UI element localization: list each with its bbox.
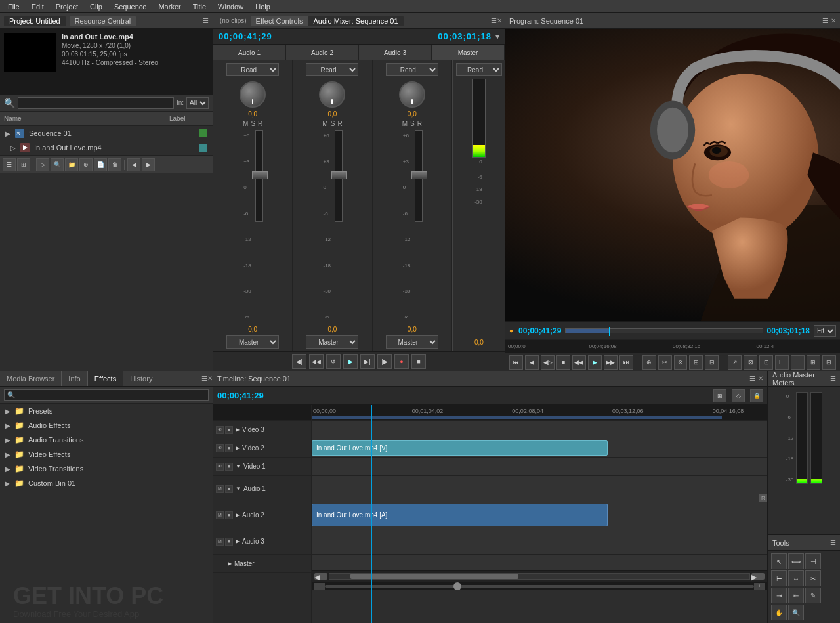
clip-audio2[interactable]: In and Out Love.mp4 [A] [312, 504, 608, 526]
ch3-mode-select[interactable]: Read [386, 63, 438, 76]
master-mode-select[interactable]: Read [456, 63, 502, 76]
category-audio-effects[interactable]: ▶ 📁 Audio Effects [0, 418, 213, 433]
tab-effects[interactable]: Effects [88, 371, 123, 386]
menu-help[interactable]: Help [250, 1, 276, 12]
ch2-pan-knob[interactable] [319, 81, 345, 108]
a2-expand[interactable]: ▶ [236, 512, 240, 518]
tool-rolling-edit[interactable]: ⊢ [771, 570, 787, 586]
effects-search-input[interactable] [4, 389, 209, 401]
v2-expand[interactable]: ▶ [236, 445, 240, 451]
ch-tab-audio2[interactable]: Audio 2 [286, 45, 359, 60]
transport-loop[interactable]: ↺ [326, 354, 341, 369]
scrollbar-thumb[interactable] [350, 574, 518, 579]
ch1-mute-btn[interactable]: M [243, 120, 248, 127]
menu-project[interactable]: Project [51, 1, 83, 12]
toolbar-prev[interactable]: ◀ [127, 158, 140, 171]
a3-mute-btn[interactable]: M [216, 538, 224, 546]
toolbar-next[interactable]: ▶ [142, 158, 155, 171]
prog-transport-1[interactable]: ⏮ [509, 355, 523, 370]
transport-record[interactable]: ● [394, 354, 409, 369]
ch1-fader-handle[interactable] [252, 171, 268, 179]
menu-window[interactable]: Window [213, 1, 249, 12]
menu-marker[interactable]: Marker [153, 1, 186, 12]
program-fit-select[interactable]: Fit [814, 325, 836, 337]
ch1-record-btn[interactable]: R [258, 120, 262, 127]
transport-play[interactable]: ▶ [343, 354, 358, 369]
a1-mute-btn[interactable]: M [216, 485, 224, 493]
tool-select[interactable]: ↖ [771, 553, 787, 569]
tool-slip[interactable]: ⇥ [771, 588, 787, 603]
scrollbar-track[interactable] [329, 573, 750, 580]
clip-video2[interactable]: In and Out Love.mp4 [V] [312, 440, 608, 456]
v1-lock-btn[interactable]: ■ [225, 463, 233, 471]
track-row-video2[interactable]: In and Out Love.mp4 [V] [312, 439, 767, 458]
category-presets[interactable]: ▶ 📁 Presets [0, 404, 213, 418]
toolbar-list-view[interactable]: ☰ [3, 158, 16, 171]
tab-media-browser[interactable]: Media Browser [0, 371, 62, 386]
master-expand[interactable]: ▶ [228, 561, 232, 567]
zoom-thumb[interactable] [453, 582, 461, 590]
category-video-effects[interactable]: ▶ 📁 Video Effects [0, 447, 213, 462]
category-video-transitions[interactable]: ▶ 📁 Video Transitions [0, 462, 213, 476]
ch2-mode-select[interactable]: Read [306, 63, 358, 76]
ch3-mute-btn[interactable]: M [402, 120, 408, 127]
program-panel-menu[interactable]: ☰ [822, 17, 828, 24]
meters-menu[interactable]: ☰ [830, 375, 836, 382]
track-row-audio1[interactable]: R [312, 476, 767, 502]
timeline-snap-btn[interactable]: ⊞ [713, 389, 726, 402]
toolbar-search[interactable]: 🔍 [51, 158, 64, 171]
track-row-video3[interactable] [312, 421, 767, 439]
prog-transport-14[interactable]: ↗ [728, 355, 742, 370]
v1-eye-btn[interactable]: 👁 [216, 463, 224, 471]
scroll-left-btn[interactable]: ◀ [314, 573, 327, 580]
ch2-solo-btn[interactable]: S [331, 120, 335, 127]
prog-transport-5[interactable]: ◀◀ [572, 355, 586, 370]
tab-project-untitled[interactable]: Project: Untitled [4, 16, 66, 26]
ch3-send-select[interactable]: Master [386, 335, 438, 349]
a3-lock-btn[interactable]: ■ [225, 538, 233, 546]
transport-stop[interactable]: ■ [411, 354, 426, 369]
prog-transport-18[interactable]: ☰ [791, 355, 805, 370]
collapse-btn[interactable]: ▾ [495, 32, 499, 41]
transport-prev-frame[interactable]: ◀◀ [309, 354, 324, 369]
list-item[interactable]: ▷ In and Out Love.mp4 [0, 140, 213, 155]
project-search-icon[interactable]: 🔍 [4, 98, 15, 108]
ch1-fader-track[interactable] [255, 130, 263, 222]
timeline-lock-btn[interactable]: 🔒 [750, 389, 763, 402]
menu-edit[interactable]: Edit [26, 1, 49, 12]
prog-transport-2[interactable]: ◀ [525, 355, 539, 370]
v1-expand[interactable]: ▼ [236, 463, 241, 469]
transport-to-out[interactable]: |▶ [377, 354, 392, 369]
tool-zoom[interactable]: 🔍 [788, 605, 804, 620]
tab-effect-controls[interactable]: Effect Controls [251, 16, 308, 26]
tool-hand[interactable]: ✋ [771, 605, 787, 620]
timeline-ruler-bar[interactable]: 00;00;00 00;01;04;02 00;02;08;04 00;03;1… [312, 405, 767, 421]
a3-expand[interactable]: ▶ [236, 538, 240, 544]
ch2-record-btn[interactable]: R [337, 120, 342, 127]
prog-transport-17[interactable]: ⊢ [775, 355, 789, 370]
ch2-send-select[interactable]: Master [306, 335, 358, 349]
a2-lock-btn[interactable]: ■ [225, 511, 233, 519]
prog-transport-20[interactable]: ⊟ [822, 355, 836, 370]
prog-transport-3[interactable]: ◀▷ [541, 355, 555, 370]
prog-transport-play[interactable]: ▶ [588, 355, 602, 370]
ch3-record-btn[interactable]: R [417, 120, 422, 127]
prog-transport-15[interactable]: ⊠ [744, 355, 757, 370]
timeline-markers-btn[interactable]: ◇ [732, 389, 745, 402]
ch1-pan-knob[interactable] [240, 81, 266, 108]
scroll-right-btn[interactable]: ▶ [751, 573, 765, 580]
a1-expand[interactable]: ▼ [236, 486, 241, 492]
zoom-out-btn[interactable]: − [314, 583, 325, 590]
prog-transport-9[interactable]: ⊕ [642, 355, 656, 370]
a1-lock-btn[interactable]: ■ [225, 485, 233, 493]
project-search-input[interactable] [18, 97, 174, 109]
prog-transport-19[interactable]: ⊞ [807, 355, 820, 370]
ch-tab-audio1[interactable]: Audio 1 [213, 45, 286, 60]
prog-transport-11[interactable]: ⊗ [674, 355, 688, 370]
zoom-slider[interactable] [325, 585, 754, 588]
toolbar-new-bin[interactable]: ⊕ [79, 158, 93, 171]
ch1-mode-select[interactable]: Read [226, 63, 279, 76]
ch1-solo-btn[interactable]: S [251, 120, 255, 127]
tool-ripple-edit[interactable]: ⊣ [805, 553, 821, 569]
prog-transport-10[interactable]: ✂ [658, 355, 672, 370]
